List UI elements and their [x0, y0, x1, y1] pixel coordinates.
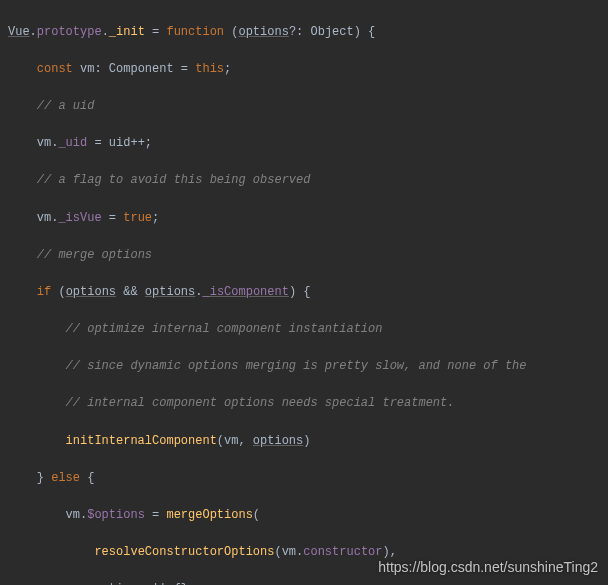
code-line: // optimize internal component instantia…: [8, 320, 608, 339]
code-line: initInternalComponent(vm, options): [8, 432, 608, 451]
code-line: options || {},: [8, 580, 608, 585]
code-line: vm._uid = uid++;: [8, 134, 608, 153]
code-line: // internal component options needs spec…: [8, 394, 608, 413]
code-line: // since dynamic options merging is pret…: [8, 357, 608, 376]
code-line: Vue.prototype._init = function (options?…: [8, 23, 608, 42]
code-block: Vue.prototype._init = function (options?…: [0, 0, 608, 585]
code-line: vm.$options = mergeOptions(: [8, 506, 608, 525]
code-line: // a uid: [8, 97, 608, 116]
code-line: vm._isVue = true;: [8, 209, 608, 228]
code-line: // a flag to avoid this being observed: [8, 171, 608, 190]
code-line: const vm: Component = this;: [8, 60, 608, 79]
code-line: } else {: [8, 469, 608, 488]
code-line: // merge options: [8, 246, 608, 265]
code-line: if (options && options._isComponent) {: [8, 283, 608, 302]
watermark-text: https://blog.csdn.net/sunshineTing2: [378, 557, 598, 579]
